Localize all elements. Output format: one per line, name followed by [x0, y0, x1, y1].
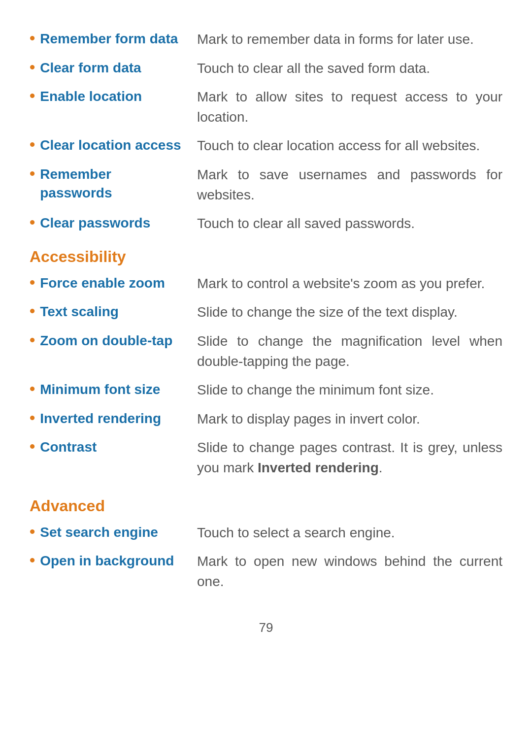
bullet-icon: • [30, 87, 35, 104]
item-label: • Set search engine [30, 523, 182, 542]
item-label-text: Enable location [40, 87, 142, 106]
list-item: • Minimum font size Slide to change the … [30, 380, 502, 400]
item-description: Mark to control a website's zoom as you … [197, 274, 502, 294]
bullet-icon: • [30, 136, 35, 153]
item-label: • Force enable zoom [30, 274, 182, 293]
bullet-icon: • [30, 552, 35, 569]
list-item: • Zoom on double-tap Slide to change the… [30, 331, 502, 371]
item-description: Mark to allow sites to request access to… [197, 87, 502, 127]
item-label: • Enable location [30, 87, 182, 106]
item-label-text: Open in background [40, 552, 174, 570]
item-label-text: Minimum font size [40, 380, 160, 399]
item-label: • Open in background [30, 552, 182, 570]
content-area: • Remember form data Mark to remember da… [30, 30, 502, 600]
item-description: Touch to clear location access for all w… [197, 136, 502, 156]
item-description: Mark to display pages in invert color. [197, 409, 502, 429]
item-label: • Clear form data [30, 59, 182, 77]
item-label: • Text scaling [30, 302, 182, 321]
item-label: • Inverted rendering [30, 409, 182, 428]
item-left-col: • Minimum font size [30, 380, 197, 399]
item-label-text: Clear passwords [40, 214, 150, 232]
item-left-col: • Contrast [30, 438, 197, 457]
item-label: • Zoom on double-tap [30, 331, 182, 350]
list-item: • Inverted rendering Mark to display pag… [30, 409, 502, 429]
list-item: • Remember passwords Mark to save userna… [30, 165, 502, 205]
list-item: • Force enable zoom Mark to control a we… [30, 274, 502, 294]
bullet-icon: • [30, 438, 35, 455]
list-item: • Clear form data Touch to clear all the… [30, 59, 502, 79]
bullet-icon: • [30, 274, 35, 291]
item-left-col: • Clear passwords [30, 214, 197, 232]
list-item: • Enable location Mark to allow sites to… [30, 87, 502, 127]
list-item: • Contrast Slide to change pages contras… [30, 438, 502, 478]
item-description: Mark to remember data in forms for later… [197, 30, 502, 50]
item-label-text: Inverted rendering [40, 409, 161, 428]
item-description: Slide to change the minimum font size. [197, 380, 502, 400]
item-description: Touch to clear all saved passwords. [197, 214, 502, 234]
bullet-icon: • [30, 214, 35, 231]
bold-text: Inverted rendering [258, 460, 379, 475]
section-heading-advanced: Advanced [30, 497, 502, 515]
item-left-col: • Force enable zoom [30, 274, 197, 293]
section-heading-accessibility: Accessibility [30, 248, 502, 266]
bullet-icon: • [30, 523, 35, 540]
item-label-text: Text scaling [40, 302, 119, 321]
bullet-icon: • [30, 30, 35, 47]
item-description: Slide to change the size of the text dis… [197, 302, 502, 323]
bullet-icon: • [30, 331, 35, 349]
item-description: Slide to change the magnification level … [197, 331, 502, 371]
item-left-col: • Text scaling [30, 302, 197, 321]
item-left-col: • Clear location access [30, 136, 197, 155]
list-item: • Remember form data Mark to remember da… [30, 30, 502, 50]
page-number: 79 [30, 620, 502, 635]
list-item: • Clear location access Touch to clear l… [30, 136, 502, 156]
item-description: Mark to open new windows behind the curr… [197, 552, 502, 592]
item-left-col: • Set search engine [30, 523, 197, 542]
list-item: • Clear passwords Touch to clear all sav… [30, 214, 502, 234]
item-label-text: Set search engine [40, 523, 158, 542]
item-left-col: • Enable location [30, 87, 197, 106]
item-label: • Remember form data [30, 30, 182, 48]
item-label: • Minimum font size [30, 380, 182, 399]
item-left-col: • Remember form data [30, 30, 197, 48]
item-label-text: Force enable zoom [40, 274, 165, 293]
list-item: • Set search engine Touch to select a se… [30, 523, 502, 543]
bullet-icon: • [30, 302, 35, 320]
bullet-icon: • [30, 165, 35, 182]
item-label-text: Clear location access [40, 136, 181, 155]
item-label: • Clear location access [30, 136, 182, 155]
list-item: • Text scaling Slide to change the size … [30, 302, 502, 323]
item-label-text: Remember form data [40, 30, 178, 48]
item-description: Touch to select a search engine. [197, 523, 502, 543]
bullet-icon: • [30, 380, 35, 397]
item-label: • Remember passwords [30, 165, 182, 202]
bullet-icon: • [30, 409, 35, 427]
item-left-col: • Inverted rendering [30, 409, 197, 428]
list-item: • Open in background Mark to open new wi… [30, 552, 502, 592]
item-label-text: Zoom on double-tap [40, 331, 172, 350]
item-label-text: Remember passwords [40, 165, 182, 202]
item-left-col: • Clear form data [30, 59, 197, 77]
page-container: • Remember form data Mark to remember da… [0, 0, 532, 756]
item-description: Slide to change pages contrast. It is gr… [197, 438, 502, 478]
item-label-text: Clear form data [40, 59, 141, 77]
item-left-col: • Open in background [30, 552, 197, 570]
item-left-col: • Zoom on double-tap [30, 331, 197, 350]
item-description: Mark to save usernames and passwords for… [197, 165, 502, 205]
item-label: • Clear passwords [30, 214, 182, 232]
bullet-icon: • [30, 59, 35, 76]
item-label-text: Contrast [40, 438, 97, 457]
item-label: • Contrast [30, 438, 182, 457]
item-left-col: • Remember passwords [30, 165, 197, 202]
item-description: Touch to clear all the saved form data. [197, 59, 502, 79]
